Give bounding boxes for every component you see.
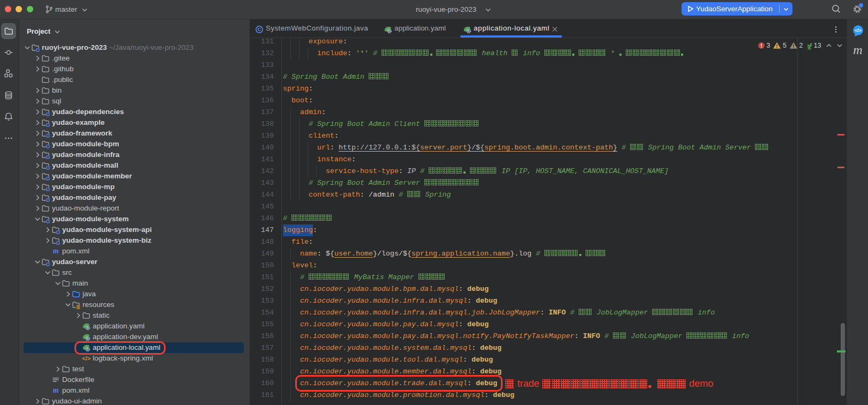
svg-text:</>: </>	[855, 28, 862, 33]
svg-text:m: m	[53, 386, 59, 394]
svg-text:C: C	[258, 26, 261, 32]
svg-text:</>: </>	[82, 355, 91, 362]
svg-text:m: m	[53, 247, 59, 255]
